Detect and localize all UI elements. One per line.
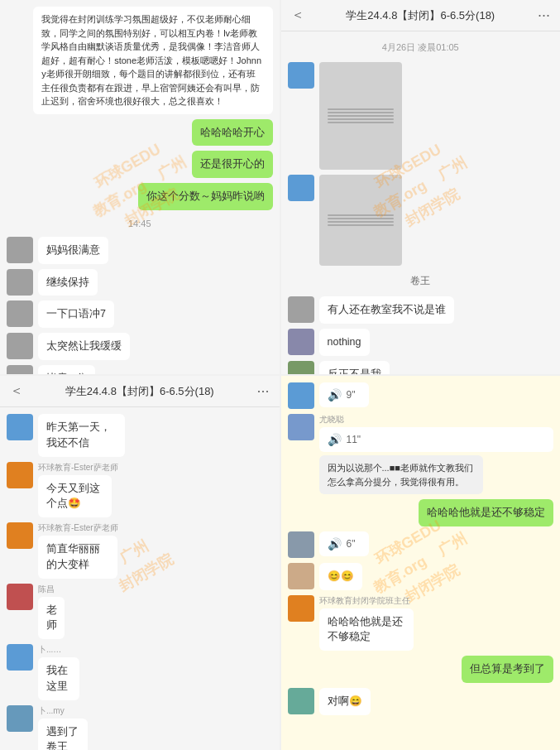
back-button[interactable]: ＜ — [10, 382, 26, 400]
image-message — [319, 62, 402, 170]
message-bubble: 反正不是我 — [319, 361, 390, 375]
avatar — [288, 175, 314, 201]
table-row: 卜...my 遇到了卷王 — [7, 705, 273, 751]
image-preview — [328, 107, 394, 125]
voice-duration: 9" — [347, 389, 356, 401]
message-bubble: 太突然让我缓缓 — [38, 333, 130, 360]
voice-duration: 11" — [347, 434, 361, 445]
more-button[interactable]: ··· — [253, 382, 270, 400]
label-juanwang: 卷王 — [288, 274, 554, 288]
avatar — [7, 237, 33, 263]
message-bubble: 😊😊 — [319, 563, 362, 590]
table-row: 一下口语冲7 — [7, 300, 273, 328]
table-row: 反正不是我 — [288, 361, 554, 375]
panel-bottom-right: 环球GEDU教育.org 广州封闭学院 🔊 9" 尤晓聪 🔊 11" 因为以说那… — [281, 376, 561, 750]
sender-name: 卜...my — [38, 705, 108, 717]
panel-top-left: 环球GEDU教育.org 广州封闭学院 我觉得在封闭训练学习氛围超级好，不仅老师… — [0, 0, 280, 374]
back-button[interactable]: ＜ — [291, 7, 308, 24]
avatar — [7, 300, 33, 327]
message-bubble: 继续保持 — [38, 269, 98, 296]
table-row: 环球教育-Ester萨老师 今天又到这个点🤩 — [7, 462, 273, 518]
voice-icon: 🔊 — [328, 388, 342, 401]
chat-title: 学生24.4.8【封闭】6-6.5分(18) — [26, 384, 253, 399]
table-row: 毕竟 2分 — [7, 365, 273, 374]
message-bubble: 昨天第一天，我还不信 — [38, 414, 125, 457]
table-row: 卜...… 我在这里 — [7, 644, 273, 700]
message-bubble: 我在这里 — [38, 657, 79, 700]
avatar — [288, 382, 314, 409]
message-bubble: 妈妈很满意 — [38, 237, 108, 264]
message-text: 因为以说那个...■■老师就作文教我们怎么拿高分提分，我觉得很有用。 — [319, 455, 483, 494]
message-bubble: 一下口语冲7 — [38, 300, 114, 328]
message-bubble: 还是很开心的 — [192, 151, 273, 178]
avatar — [7, 705, 33, 732]
table-row: 🔊 6" — [288, 531, 554, 558]
avatar — [7, 414, 33, 440]
avatar — [7, 522, 33, 549]
avatar — [288, 595, 314, 622]
table-row: 对啊😄 — [288, 688, 554, 715]
table-row: 继续保持 — [7, 269, 273, 296]
message-bubble: 简直华丽丽的大变样 — [38, 536, 117, 579]
chat-messages-tr[interactable]: 4月26日 凌晨01:05 卷王 有人还在 — [281, 31, 561, 374]
table-row: 尤晓聪 🔊 11" 因为以说那个...■■老师就作文教我们怎么拿高分提分，我觉得… — [288, 414, 554, 494]
message-bubble: 哈哈哈哈开心 — [192, 119, 273, 147]
avatar — [288, 688, 314, 714]
table-row: 但总算是考到了 — [288, 656, 554, 683]
table-row: 你这个分数～妈妈昨说哟 — [7, 183, 273, 210]
table-row: 哈哈哈哈开心 — [7, 119, 273, 147]
message-bubble: nothing — [319, 329, 370, 356]
sender-name: 环球教育封闭学院班主任 — [319, 595, 454, 607]
chat-header-tr: ＜ 学生24.4.8【封闭】6-6.5分(18) ··· — [281, 0, 561, 31]
table-row — [288, 175, 554, 266]
sender-name: 环球教育-Ester萨老师 — [38, 462, 143, 474]
message-bubble: 哈哈哈他就是还不够稳定 — [419, 499, 553, 526]
table-row: 还是很开心的 — [7, 151, 273, 178]
voice-message[interactable]: 🔊 6" — [319, 531, 369, 556]
table-row: 我觉得在封闭训练学习氛围超级好，不仅老师耐心细致，同学之间的氛围特别好，可以相互… — [7, 7, 273, 114]
table-row: 太突然让我缓缓 — [7, 333, 273, 360]
avatar — [7, 584, 33, 610]
voice-message[interactable]: 🔊 11" — [319, 427, 554, 452]
avatar — [288, 414, 314, 440]
chat-title: 学生24.4.8【封闭】6-6.5分(18) — [308, 8, 534, 23]
avatar — [288, 62, 314, 89]
time-divider: 4月26日 凌晨01:05 — [288, 41, 554, 54]
avatar — [288, 361, 314, 375]
message-bubble: 哈哈哈他就是还不够稳定 — [319, 608, 414, 651]
image-message — [319, 175, 402, 266]
message-bubble: 但总算是考到了 — [462, 656, 553, 683]
sender-name: 尤晓聪 — [319, 414, 554, 425]
message-bubble: 遇到了卷王 — [38, 719, 88, 751]
table-row: 有人还在教室我不说是谁 — [288, 296, 554, 324]
table-row: 妈妈很满意 — [7, 237, 273, 264]
more-button[interactable]: ··· — [534, 7, 550, 24]
message-bubble: 你这个分数～妈妈昨说哟 — [138, 183, 273, 210]
avatar — [288, 296, 314, 323]
message-bubble: 老师 — [38, 597, 65, 640]
table-row: nothing — [288, 329, 554, 356]
image-preview — [328, 213, 394, 228]
table-row: 🔊 9" — [288, 382, 554, 409]
table-row: 陈昌 老师 — [7, 584, 273, 640]
voice-message[interactable]: 🔊 9" — [319, 382, 369, 407]
message-bubble: 有人还在教室我不说是谁 — [319, 296, 454, 324]
table-row: 环球教育-Ester萨老师 简直华丽丽的大变样 — [7, 522, 273, 579]
panel-top-right: 环球GEDU教育.org 广州封闭学院 ＜ 学生24.4.8【封闭】6-6.5分… — [281, 0, 561, 374]
message-bubble: 我觉得在封闭训练学习氛围超级好，不仅老师耐心细致，同学之间的氛围特别好，可以相互… — [33, 7, 272, 114]
avatar — [7, 333, 33, 359]
chat-messages-bl[interactable]: 昨天第一天，我还不信 环球教育-Ester萨老师 今天又到这个点🤩 环球教育-E… — [0, 407, 280, 750]
voice-icon: 🔊 — [328, 433, 342, 446]
message-bubble: 对啊😄 — [319, 688, 371, 715]
chat-messages-br[interactable]: 🔊 9" 尤晓聪 🔊 11" 因为以说那个...■■老师就作文教我们怎么拿高分提… — [281, 376, 561, 750]
avatar — [7, 462, 33, 488]
panel-bottom-left: 广州封闭学院 ＜ 学生24.4.8【封闭】6-6.5分(18) ··· 昨天第一… — [0, 376, 280, 750]
avatar — [288, 531, 314, 558]
sender-name: 陈昌 — [38, 584, 76, 595]
avatar — [288, 329, 314, 355]
table-row: 😊😊 — [288, 563, 554, 590]
sender-name: 卜...… — [38, 644, 98, 656]
message-bubble: 毕竟 2分 — [38, 365, 95, 374]
chat-messages-tl[interactable]: 我觉得在封闭训练学习氛围超级好，不仅老师耐心细致，同学之间的氛围特别好，可以相互… — [0, 0, 280, 374]
sender-name: 环球教育-Ester萨老师 — [38, 522, 151, 534]
